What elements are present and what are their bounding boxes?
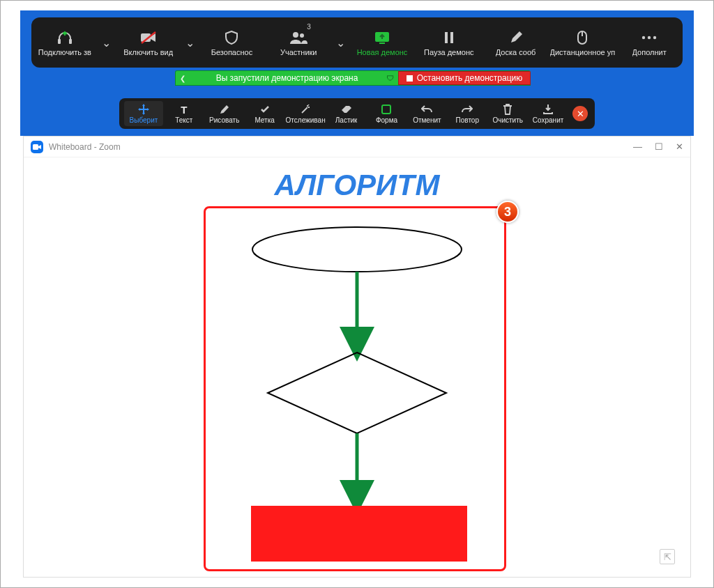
mouse-icon [577, 29, 587, 46]
participants-count: 3 [307, 23, 311, 31]
maximize-button[interactable]: ☐ [655, 141, 663, 152]
flowchart-decision [268, 353, 446, 433]
chevron-left-icon: ❮ [180, 75, 185, 82]
flowchart-drawing [204, 206, 506, 571]
redo-tool[interactable]: Повтор [448, 101, 487, 126]
save-tool[interactable]: Сохранит [529, 101, 568, 126]
remote-label: Дистанционное уп [550, 48, 616, 56]
audio-button[interactable]: Подключить зв [31, 17, 98, 68]
stop-share-label: Остановить демонстрацию [417, 73, 522, 83]
svg-rect-8 [445, 32, 448, 43]
svg-rect-0 [58, 39, 61, 44]
more-button[interactable]: Дополнит [616, 17, 683, 68]
move-icon [138, 103, 149, 116]
share-screen-icon [374, 29, 390, 46]
svg-point-14 [653, 36, 656, 38]
draw-tool[interactable]: Рисовать [205, 101, 244, 126]
annotation-toolbar: Выберит T Текст Рисовать Метка Отслежива… [119, 98, 595, 129]
participants-label: Участники [280, 48, 317, 56]
meeting-toolbar: Подключить зв ⌄ Включить вид ⌄ Безопасно… [31, 17, 683, 68]
eraser-tool[interactable]: Ластик [327, 101, 366, 126]
pause-share-label: Пауза демонс [424, 48, 473, 56]
zoom-app-icon [31, 141, 43, 153]
eraser-icon [341, 103, 352, 116]
video-button[interactable]: Включить вид [115, 17, 182, 68]
whiteboard-heading-text: АЛГОРИТМ [24, 169, 690, 202]
svg-rect-7 [379, 42, 385, 44]
more-label: Дополнит [632, 48, 667, 56]
video-label: Включить вид [123, 48, 173, 56]
flowchart-process [251, 506, 467, 562]
close-annotation-button[interactable]: ✕ [572, 106, 588, 121]
pause-icon [443, 29, 455, 46]
whiteboard-titlebar[interactable]: Whiteboard - Zoom — ☐ ✕ [24, 137, 690, 157]
shield-icon [225, 29, 238, 46]
security-button[interactable]: Безопаснос [199, 17, 266, 68]
whiteboard-canvas[interactable]: АЛГОРИТМ 3 [24, 157, 690, 577]
headphones-icon [57, 29, 73, 46]
pencil-icon [220, 103, 229, 116]
whiteboard-button[interactable]: Доска сооб [483, 17, 549, 68]
security-label: Безопаснос [211, 48, 252, 56]
minimize-button[interactable]: — [633, 141, 642, 152]
popout-icon: ⇱ [664, 552, 671, 562]
audio-chevron[interactable]: ⌄ [98, 17, 115, 68]
text-icon: T [181, 103, 187, 116]
stop-share-button[interactable]: Остановить демонстрацию [398, 71, 531, 85]
check-icon [260, 103, 270, 116]
screenshot-frame: Подключить зв ⌄ Включить вид ⌄ Безопасно… [0, 0, 714, 588]
share-status-text: Вы запустили демонстрацию экрана [216, 73, 358, 83]
audio-label: Подключить зв [38, 48, 91, 56]
popup-share-button[interactable]: ⇱ [660, 549, 675, 564]
people-icon [289, 29, 307, 46]
more-icon [641, 29, 657, 46]
svg-rect-15 [33, 144, 38, 150]
trash-icon [503, 103, 512, 116]
download-icon [542, 103, 554, 116]
flowchart-terminator [252, 227, 462, 272]
remote-control-button[interactable]: Дистанционное уп [549, 17, 616, 68]
stamp-tool[interactable]: Метка [245, 101, 284, 126]
undo-icon [421, 103, 432, 116]
whiteboard-title: Whiteboard - Zoom [49, 142, 121, 152]
window-controls: — ☐ ✕ [633, 141, 683, 152]
new-share-button[interactable]: Новая демонс [349, 17, 416, 68]
svg-point-4 [293, 32, 298, 38]
clear-tool[interactable]: Очистить [488, 101, 527, 126]
stop-icon [407, 75, 413, 82]
pencil-icon [510, 29, 522, 46]
participants-button[interactable]: 3 Участники [265, 17, 332, 68]
whiteboard-label: Доска сооб [496, 48, 536, 56]
share-status-message[interactable]: ❮ Вы запустили демонстрацию экрана 🛡 [176, 71, 398, 85]
wand-icon [301, 103, 310, 116]
redo-icon [462, 103, 473, 116]
pause-share-button[interactable]: Пауза демонс [416, 17, 483, 68]
svg-point-13 [648, 36, 651, 38]
svg-point-12 [642, 36, 645, 38]
share-status-bar: ❮ Вы запустили демонстрацию экрана 🛡 Ост… [175, 70, 531, 86]
spotlight-tool[interactable]: Отслеживан [286, 101, 326, 126]
video-chevron[interactable]: ⌄ [182, 17, 199, 68]
camera-off-icon [140, 29, 157, 46]
close-window-button[interactable]: ✕ [676, 141, 683, 152]
svg-rect-9 [450, 32, 453, 43]
whiteboard-window: Whiteboard - Zoom — ☐ ✕ АЛГОРИТМ 3 [23, 136, 691, 578]
shape-icon [381, 103, 391, 116]
undo-tool[interactable]: Отменит [407, 101, 446, 126]
format-tool[interactable]: Форма [367, 101, 407, 126]
svg-point-5 [300, 33, 304, 38]
close-icon: ✕ [577, 109, 584, 119]
svg-rect-1 [69, 39, 72, 44]
select-tool[interactable]: Выберит [124, 101, 163, 126]
participants-chevron[interactable]: ⌄ [332, 17, 349, 68]
shield-check-icon: 🛡 [386, 74, 394, 82]
text-tool[interactable]: T Текст [165, 101, 204, 126]
new-share-label: Новая демонс [357, 48, 408, 56]
